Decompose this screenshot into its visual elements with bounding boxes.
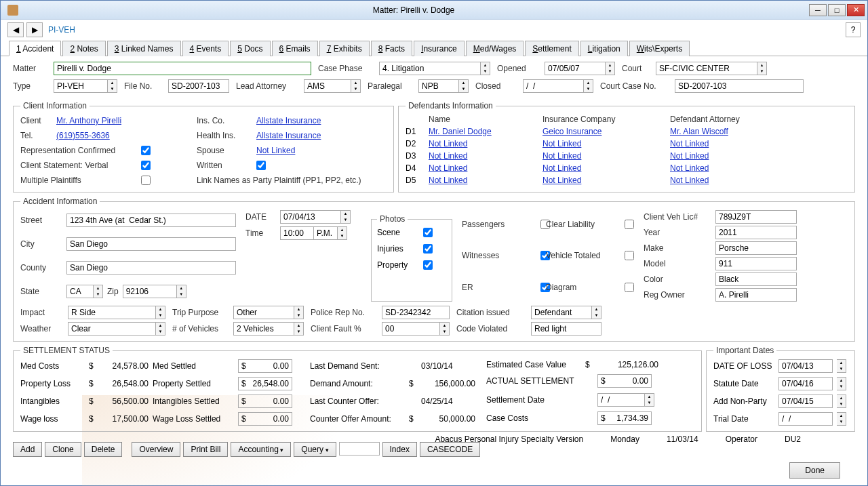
court-case-no-input[interactable] <box>675 79 804 93</box>
intangibles-settled-input[interactable]: $0.00 <box>238 394 292 408</box>
lead-attorney-spinner[interactable]: ▲▼ <box>351 79 361 93</box>
citation-input[interactable] <box>531 306 592 319</box>
lead-attorney-input[interactable] <box>304 79 351 93</box>
veh-lic-input[interactable] <box>715 210 797 224</box>
case-phase-spinner[interactable]: ▲▼ <box>481 62 490 75</box>
tab-insurance[interactable]: Insurance <box>414 41 465 56</box>
client-link[interactable]: Mr. Anthony Pirelli <box>56 116 121 125</box>
case-phase-input[interactable] <box>379 62 481 75</box>
zip-spinner[interactable]: ▲▼ <box>177 285 186 298</box>
def-ins-link[interactable]: Not Linked <box>542 139 665 148</box>
veh-owner-input[interactable] <box>715 288 797 302</box>
tab-litigation[interactable]: Litigation <box>580 41 628 56</box>
state-input[interactable] <box>66 285 94 298</box>
closed-input[interactable] <box>523 79 584 93</box>
def-atty-link[interactable]: Not Linked <box>670 176 758 185</box>
def-atty-link[interactable]: Mr. Alan Wiscoff <box>670 127 758 136</box>
clear-liability-checkbox[interactable] <box>625 220 634 229</box>
actual-input[interactable]: $0.00 <box>597 374 652 388</box>
trial-spinner[interactable]: ▲▼ <box>837 412 846 426</box>
def-ins-link[interactable]: Not Linked <box>542 163 665 173</box>
med-settled-input[interactable]: $0.00 <box>238 359 292 373</box>
print-bill-button[interactable]: Print Bill <box>183 442 228 457</box>
index-button[interactable]: Index <box>382 442 417 457</box>
tel-link[interactable]: (619)555-3636 <box>56 131 110 140</box>
vehicle-totaled-checkbox[interactable] <box>625 251 634 260</box>
query-input[interactable] <box>339 442 380 455</box>
impact-input[interactable] <box>68 306 156 319</box>
ins-co-link[interactable]: Allstate Insurance <box>256 116 321 125</box>
city-input[interactable] <box>66 237 236 251</box>
health-ins-link[interactable]: Allstate Insurance <box>256 131 321 140</box>
court-spinner[interactable]: ▲▼ <box>757 62 767 75</box>
def-atty-link[interactable]: Not Linked <box>670 151 758 161</box>
impact-spinner[interactable]: ▲▼ <box>156 306 165 319</box>
def-name-link[interactable]: Not Linked <box>429 163 537 173</box>
trip-spinner[interactable]: ▲▼ <box>294 306 304 319</box>
photo-property-checkbox[interactable] <box>423 260 433 270</box>
weather-input[interactable] <box>68 322 156 336</box>
ampm-input[interactable] <box>314 226 338 240</box>
diagram-checkbox[interactable] <box>625 283 634 292</box>
property-settled-input[interactable]: $26,548.00 <box>238 377 292 390</box>
written-checkbox[interactable] <box>256 161 266 170</box>
opened-spinner[interactable]: ▲▼ <box>606 62 615 75</box>
def-name-link[interactable]: Not Linked <box>429 151 537 161</box>
paralegal-spinner[interactable]: ▲▼ <box>459 79 469 93</box>
matter-input[interactable] <box>54 62 311 75</box>
police-input[interactable] <box>382 306 450 319</box>
veh-model-input[interactable] <box>715 257 797 270</box>
tab-facts[interactable]: 8 Facts <box>371 41 412 56</box>
minimize-button[interactable]: ─ <box>809 4 827 16</box>
code-input[interactable] <box>531 322 601 336</box>
vehicles-input[interactable] <box>233 322 294 336</box>
trial-input[interactable] <box>778 412 833 426</box>
date-spinner[interactable]: ▲▼ <box>341 210 351 224</box>
trip-input[interactable] <box>233 306 294 319</box>
done-button[interactable]: Done <box>789 462 840 479</box>
nav-back-button[interactable]: ◀ <box>7 22 24 37</box>
state-spinner[interactable]: ▲▼ <box>94 285 103 298</box>
tab-docs[interactable]: 5 Docs <box>230 41 270 56</box>
tab-notes[interactable]: 2 Notes <box>62 41 105 56</box>
clone-button[interactable]: Clone <box>45 442 81 457</box>
delete-button[interactable]: Delete <box>84 442 123 457</box>
type-input[interactable] <box>54 79 108 93</box>
nonparty-input[interactable] <box>778 394 833 408</box>
veh-color-input[interactable] <box>715 272 797 286</box>
nav-forward-button[interactable]: ▶ <box>26 22 43 37</box>
court-input[interactable] <box>656 62 757 75</box>
file-no-input[interactable] <box>168 79 229 93</box>
tab-wits-experts[interactable]: Wits\Experts <box>629 41 690 56</box>
def-name-link[interactable]: Mr. Daniel Dodge <box>429 127 537 136</box>
nonparty-spinner[interactable]: ▲▼ <box>837 394 846 408</box>
tab-settlement[interactable]: Settlement <box>525 41 578 56</box>
tab-accident[interactable]: 1 Accident <box>9 41 61 56</box>
help-button[interactable]: ? <box>846 22 861 37</box>
spouse-link[interactable]: Not Linked <box>256 146 295 155</box>
settle-date-spinner[interactable]: ▲▼ <box>645 393 654 407</box>
accounting-button[interactable]: Accounting <box>231 442 291 457</box>
dol-input[interactable] <box>778 359 833 373</box>
maximize-button[interactable]: □ <box>828 4 846 16</box>
def-atty-link[interactable]: Not Linked <box>670 163 758 173</box>
multiple-plaintiffs-checkbox[interactable] <box>141 176 151 185</box>
time-spinner[interactable]: ▲▼ <box>338 226 347 240</box>
date-input[interactable] <box>280 210 341 224</box>
street-input[interactable] <box>66 214 236 227</box>
photo-injuries-checkbox[interactable] <box>423 244 433 254</box>
query-button[interactable]: Query <box>294 442 336 457</box>
fault-spinner[interactable]: ▲▼ <box>440 322 450 336</box>
def-ins-link[interactable]: Geico Insurance <box>542 127 665 136</box>
client-stmt-checkbox[interactable] <box>141 161 151 170</box>
overview-button[interactable]: Overview <box>132 442 180 457</box>
close-button[interactable]: ✕ <box>847 4 865 16</box>
def-name-link[interactable]: Not Linked <box>429 176 537 185</box>
case-costs-input[interactable]: $1,734.39 <box>597 411 652 425</box>
tab-med-wages[interactable]: Med/Wages <box>466 41 524 56</box>
tab-linked-names[interactable]: 3 Linked Names <box>107 41 181 56</box>
paralegal-input[interactable] <box>418 79 459 93</box>
settle-date-input[interactable] <box>597 393 645 407</box>
zip-input[interactable] <box>123 285 177 298</box>
statute-input[interactable] <box>778 377 833 390</box>
